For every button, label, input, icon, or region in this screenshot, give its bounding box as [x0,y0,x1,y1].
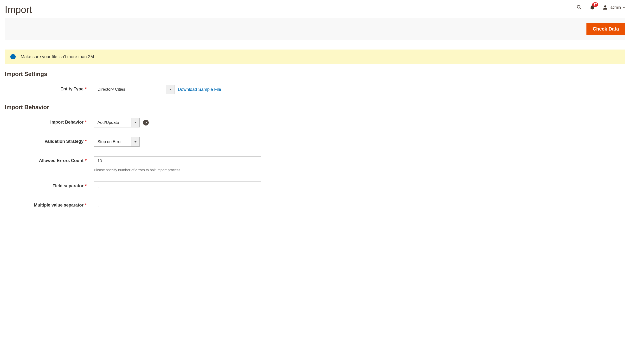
info-icon [10,54,16,60]
chevron-down-icon [623,6,625,9]
notification-badge: 17 [592,2,598,7]
entity-type-value[interactable]: Directory Cities [94,85,166,94]
entity-type-label: Entity Type [60,86,84,91]
page-title: Import [5,4,32,15]
required-mark: * [85,120,87,124]
help-icon[interactable]: ? [143,120,149,125]
allowed-errors-input[interactable] [94,156,261,166]
user-label: admin [610,5,621,9]
notice-text: Make sure your file isn't more than 2M. [21,54,95,59]
allowed-errors-label: Allowed Errors Count [39,158,84,163]
entity-type-select[interactable]: Directory Cities [94,85,174,94]
field-separator-input[interactable] [94,182,261,191]
notifications-icon[interactable]: 17 [589,4,595,10]
section-import-settings: Import Settings [5,71,625,77]
chevron-down-icon[interactable] [131,118,139,127]
multi-separator-label: Multiple value separator [34,203,84,208]
download-sample-link[interactable]: Download Sample File [178,87,221,92]
section-import-behavior: Import Behavior [5,104,625,111]
multi-separator-input[interactable] [94,201,261,210]
required-mark: * [85,139,87,144]
required-mark: * [85,183,87,188]
import-behavior-select[interactable]: Add/Update [94,118,140,127]
required-mark: * [85,86,87,91]
validation-strategy-select[interactable]: Stop on Error [94,137,140,147]
user-icon [602,4,608,10]
search-icon[interactable] [576,4,582,10]
chevron-down-icon[interactable] [131,137,139,146]
import-behavior-label: Import Behavior [50,120,84,124]
field-separator-label: Field separator [52,183,84,188]
allowed-errors-note: Please specify number of errors to halt … [94,168,261,172]
user-menu[interactable]: admin [602,4,625,10]
required-mark: * [85,158,87,163]
check-data-button[interactable]: Check Data [586,23,625,35]
file-size-notice: Make sure your file isn't more than 2M. [5,49,625,64]
required-mark: * [85,203,87,208]
toolbar: Check Data [5,18,625,40]
validation-strategy-value[interactable]: Stop on Error [94,137,131,146]
chevron-down-icon[interactable] [166,85,174,94]
import-behavior-value[interactable]: Add/Update [94,118,131,127]
validation-strategy-label: Validation Strategy [44,139,84,144]
svg-rect-1 [13,56,13,58]
svg-rect-2 [13,55,13,56]
